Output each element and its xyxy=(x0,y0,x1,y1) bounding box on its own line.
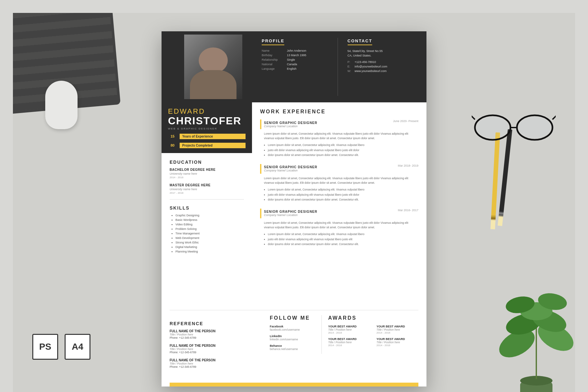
profile-section: PROFILE NameJohn AndersonBirthday13 Marc… xyxy=(262,38,338,96)
pencil2-decoration xyxy=(498,129,512,226)
contact-item: P:+123-456-78910 xyxy=(348,60,417,64)
work-job-title: SENIOR GRAPHIC DESIGNER xyxy=(264,121,317,125)
reference-right: FOLLOW ME Facebook facebook.com/username… xyxy=(270,315,418,373)
follow-item: Facebook facebook.com/username xyxy=(270,325,315,331)
ref-phone: Phone: +12-345-6789 xyxy=(170,336,260,339)
education-items: BACHELOR DEGREE HERE University name her… xyxy=(170,168,244,194)
work-experience-title: WORK EXPERIENCE xyxy=(260,109,418,115)
skill-item: Digital Marketing xyxy=(175,245,244,249)
contact-title: CONTACT xyxy=(348,38,373,45)
work-items: SENIOR GRAPHIC DESIGNER Company Name/ Lo… xyxy=(260,119,418,247)
contact-item: W:www.yourwebsiteurl.com xyxy=(348,69,417,73)
svg-point-5 xyxy=(477,117,509,138)
edu-degree: MASTER DEGREE HERE xyxy=(170,183,244,187)
work-description: Lorem ipsum dolor sit amet, Consectetur … xyxy=(264,221,418,230)
mouse-decoration xyxy=(45,81,78,129)
resume-header: PROFILE NameJohn AndersonBirthday13 Marc… xyxy=(162,31,426,102)
work-header: SENIOR GRAPHIC DESIGNER Company Name/ Lo… xyxy=(260,209,418,218)
work-accent xyxy=(260,209,261,218)
profile-label: Relationship xyxy=(262,58,284,61)
work-accent xyxy=(260,164,261,174)
follow-section: FOLLOW ME Facebook facebook.com/username… xyxy=(270,315,322,354)
contact-val: www.yourwebsiteurl.com xyxy=(355,69,387,73)
skill-item: Problem Solving xyxy=(175,227,244,231)
contact-key: E: xyxy=(348,65,353,68)
svg-line-4 xyxy=(552,113,556,119)
work-job-info: SENIOR GRAPHIC DESIGNER Company Name/ Lo… xyxy=(264,210,317,217)
profile-row: NationalCanada xyxy=(262,63,331,66)
work-bullet: Lorem ipsum dolor sit amet, Consectetur … xyxy=(268,232,418,237)
skill-item: Web Development xyxy=(175,236,244,240)
first-name: EDWARD xyxy=(168,107,246,116)
work-date: June 2020- Present xyxy=(393,119,418,123)
follow-items: Facebook facebook.com/username LinkedIn … xyxy=(270,325,315,351)
ref-phone: Phone: +12-345-6789 xyxy=(170,351,260,354)
work-accent xyxy=(260,119,261,129)
education-title: EDUCATION xyxy=(170,160,244,165)
follow-url: linkedin.com/username xyxy=(270,338,315,341)
work-bullet: Lorem ipsum dolor sit amet, Consectetur … xyxy=(268,188,418,192)
work-company: Company Name/ Location xyxy=(264,213,317,217)
photo-container xyxy=(184,35,242,99)
resume-card: PROFILE NameJohn AndersonBirthday13 Marc… xyxy=(162,31,426,387)
award-item: YOUR BEST AWARD Title / Position here 20… xyxy=(376,337,418,347)
awards-title: AWARDS xyxy=(328,315,418,321)
profile-row: LanguageEnglish xyxy=(262,67,331,70)
contact-address: 54, State/City, Street No.55CA, United S… xyxy=(348,49,417,58)
work-bullet: Lorem ipsum dolor sit amet, Consectetur … xyxy=(268,143,418,148)
contact-key: W: xyxy=(348,69,353,73)
work-date: Mar 2018- 2019 xyxy=(398,164,418,167)
follow-url: facebook.com/username xyxy=(270,328,315,331)
awards-section: AWARDS YOUR BEST AWARD Title / Position … xyxy=(328,315,418,354)
work-company: Company Name/ Location xyxy=(264,169,317,172)
plant-decoration xyxy=(491,285,575,392)
profile-title: PROFILE xyxy=(262,38,284,45)
education-item: BACHELOR DEGREE HERE University name her… xyxy=(170,168,244,179)
stat-label: Projects Completed xyxy=(180,143,246,148)
work-title-area: SENIOR GRAPHIC DESIGNER Company Name/ Lo… xyxy=(260,209,317,218)
reference-layout: REFERENCE FULL NAME OF THE PERSON Title … xyxy=(170,315,418,373)
ref-name: FULL NAME OF THE PERSON xyxy=(170,329,260,333)
award-title: Title / Position here xyxy=(376,328,418,331)
award-name: YOUR BEST AWARD xyxy=(376,337,418,341)
ref-title: Title / Position here xyxy=(170,362,260,365)
ref-name: FULL NAME OF THE PERSON xyxy=(170,344,260,347)
bottom-section: FOLLOW ME Facebook facebook.com/username… xyxy=(270,315,418,354)
awards-grid: YOUR BEST AWARD Title / Position here 20… xyxy=(328,325,418,347)
profile-value: John Anderson xyxy=(287,49,306,52)
svg-point-6 xyxy=(519,117,551,138)
svg-line-3 xyxy=(472,113,475,119)
stat-badge: 15Years of Experience xyxy=(168,133,246,139)
follow-platform: Behance xyxy=(270,344,315,347)
divider-edu xyxy=(170,199,244,200)
work-description: Lorem ipsum dolor sit amet, Consectetur … xyxy=(264,132,418,140)
award-title: Title / Position here xyxy=(328,341,370,344)
work-title-area: SENIOR GRAPHIC DESIGNER Company Name/ Lo… xyxy=(260,164,317,174)
edu-university: University name here xyxy=(170,172,244,175)
ref-title: Title / Position here xyxy=(170,347,260,351)
contact-val: info@yourwebsiteurl.com xyxy=(355,65,387,68)
work-job-info: SENIOR GRAPHIC DESIGNER Company Name/ Lo… xyxy=(264,121,317,128)
work-bullets: Lorem ipsum dolor sit amet, Consectetur … xyxy=(260,143,418,158)
profile-row: Birthday13 March 1995 xyxy=(262,54,331,57)
ref-name: FULL NAME OF THE PERSON xyxy=(170,358,260,362)
follow-item: LinkedIn linkedin.com/username xyxy=(270,335,315,341)
award-item: YOUR BEST AWARD Title / Position here 20… xyxy=(328,337,370,347)
work-bullet: justo elit dolor vivamus adipiscing elit… xyxy=(268,148,418,153)
profile-photo xyxy=(184,35,242,99)
work-bullet: dolor ipsums dolor sit amet consectetur … xyxy=(268,242,418,247)
sidebar: EDWARD CHRISTOFER WEB & GRAPHIC DESIGNER… xyxy=(162,102,252,300)
edu-year: 2017 - 2018 xyxy=(170,191,244,194)
work-date: Mar 2016- 2017 xyxy=(398,209,418,212)
stat-badges: 15Years of Experience80Projects Complete… xyxy=(168,133,246,148)
main-content: WORK EXPERIENCE SENIOR GRAPHIC DESIGNER … xyxy=(252,102,426,300)
work-item: SENIOR GRAPHIC DESIGNER Company Name/ Lo… xyxy=(260,164,418,202)
skill-item: Planning Meeting xyxy=(175,250,244,253)
profile-row: RelationshipSingle xyxy=(262,58,331,61)
reference-item: FULL NAME OF THE PERSON Title / Position… xyxy=(170,358,260,368)
work-bullet: justo elit dolor vivamus adipiscing elit… xyxy=(268,237,418,242)
award-name: YOUR BEST AWARD xyxy=(328,325,370,328)
profile-rows: NameJohn AndersonBirthday13 March 1995Re… xyxy=(262,49,331,70)
award-name: YOUR BEST AWARD xyxy=(328,337,370,341)
contact-item: E:info@yourwebsiteurl.com xyxy=(348,65,417,68)
